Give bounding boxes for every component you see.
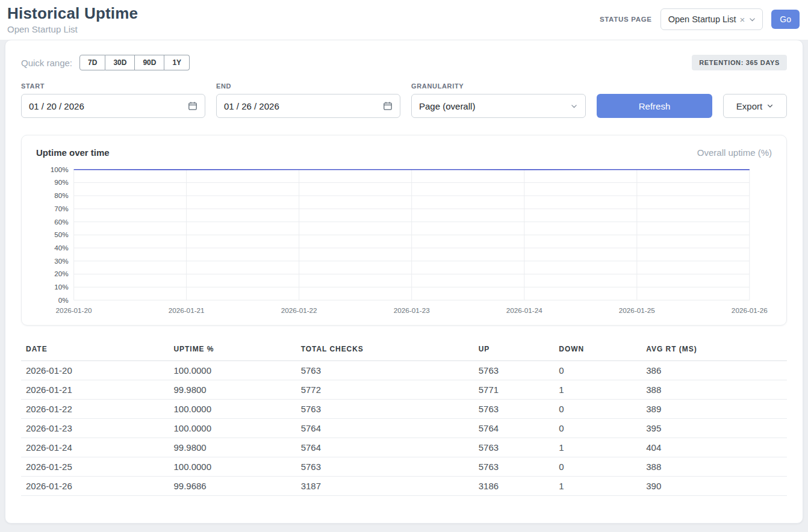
start-date-label: START xyxy=(21,82,205,90)
clear-icon[interactable]: × xyxy=(740,15,745,24)
table-cell: 100.0000 xyxy=(169,457,296,477)
svg-text:10%: 10% xyxy=(54,283,68,291)
svg-text:70%: 70% xyxy=(54,205,68,212)
header-controls: STATUS PAGE Open Startup List × Go xyxy=(600,8,800,30)
end-date-value: 01 / 26 / 2026 xyxy=(224,101,279,111)
svg-text:80%: 80% xyxy=(54,191,68,199)
table-cell: 99.9686 xyxy=(169,477,296,496)
start-date-value: 01 / 20 / 2026 xyxy=(29,101,84,111)
granularity-selected-value: Page (overall) xyxy=(419,101,475,111)
table-cell: 2026-01-25 xyxy=(21,457,169,477)
table-cell: 404 xyxy=(641,438,787,457)
table-cell: 100.0000 xyxy=(169,361,296,380)
table-cell: 2026-01-23 xyxy=(21,419,169,438)
quick-range-1y[interactable]: 1Y xyxy=(164,55,190,70)
table-cell: 2026-01-24 xyxy=(21,438,169,457)
end-date-input[interactable]: 01 / 26 / 2026 xyxy=(216,94,400,118)
page-heading-block: Historical Uptime Open Startup List xyxy=(7,4,138,34)
table-cell: 5763 xyxy=(296,400,474,419)
export-button[interactable]: Export xyxy=(723,94,787,118)
table-row: 2026-01-2499.9800576457631404 xyxy=(21,438,787,457)
table-cell: 3186 xyxy=(474,477,555,496)
calendar-icon xyxy=(383,101,393,111)
table-cell: 5763 xyxy=(474,457,555,477)
table-cell: 5771 xyxy=(474,380,555,400)
quick-range-group: 7D 30D 90D 1Y xyxy=(79,55,190,70)
table-body: 2026-01-20100.00005763576303862026-01-21… xyxy=(21,361,787,496)
go-button[interactable]: Go xyxy=(771,10,800,29)
table-cell: 5763 xyxy=(296,457,474,477)
status-page-selected-value: Open Startup List xyxy=(668,14,736,24)
end-date-label: END xyxy=(216,82,400,90)
table-cell: 1 xyxy=(554,438,641,457)
uptime-line-chart: 0%10%20%30%40%50%60%70%80%90%100%2026-01… xyxy=(36,165,772,319)
chart-title: Uptime over time xyxy=(36,147,110,158)
svg-text:20%: 20% xyxy=(54,270,68,277)
table-cell: 388 xyxy=(641,457,787,477)
column-header: AVG RT (MS) xyxy=(641,341,787,361)
svg-text:60%: 60% xyxy=(54,218,68,226)
start-date-input[interactable]: 01 / 20 / 2026 xyxy=(21,94,205,118)
table-cell: 1 xyxy=(554,380,641,400)
end-date-field: END 01 / 26 / 2026 xyxy=(216,82,400,118)
column-header: DATE xyxy=(21,341,169,361)
table-cell: 2026-01-22 xyxy=(21,400,169,419)
svg-text:100%: 100% xyxy=(51,165,69,173)
page-title: Historical Uptime xyxy=(7,4,138,23)
uptime-table: DATEUPTIME %TOTAL CHECKSUPDOWNAVG RT (MS… xyxy=(21,341,787,496)
quick-range-row: Quick range: 7D 30D 90D 1Y RETENTION: 36… xyxy=(21,55,787,70)
quick-range-90d[interactable]: 90D xyxy=(135,55,164,70)
calendar-icon xyxy=(188,101,197,111)
svg-text:90%: 90% xyxy=(54,178,68,186)
chart-header: Uptime over time Overall uptime (%) xyxy=(36,147,772,158)
table-row: 2026-01-2699.9686318731861390 xyxy=(21,477,787,496)
quick-range-label: Quick range: xyxy=(21,58,72,68)
table-row: 2026-01-2199.9800577257711388 xyxy=(21,380,787,400)
table-row: 2026-01-23100.0000576457640395 xyxy=(21,419,787,438)
table-cell: 388 xyxy=(641,380,787,400)
column-header: UPTIME % xyxy=(169,341,296,361)
table-cell: 0 xyxy=(554,419,641,438)
table-row: 2026-01-20100.0000576357630386 xyxy=(21,361,787,380)
column-header: UP xyxy=(474,341,555,361)
table-cell: 2026-01-21 xyxy=(21,380,169,400)
quick-range-7d[interactable]: 7D xyxy=(79,55,105,70)
svg-text:30%: 30% xyxy=(54,257,68,265)
quick-range-30d[interactable]: 30D xyxy=(105,55,135,70)
svg-text:40%: 40% xyxy=(54,244,68,252)
table-cell: 0 xyxy=(554,361,641,380)
table-cell: 5763 xyxy=(474,400,555,419)
export-button-label: Export xyxy=(736,101,762,111)
table-cell: 5763 xyxy=(474,361,555,380)
table-cell: 3187 xyxy=(296,477,474,496)
table-cell: 99.9800 xyxy=(169,380,296,400)
refresh-button[interactable]: Refresh xyxy=(597,94,712,118)
start-date-field: START 01 / 20 / 2026 xyxy=(21,82,205,118)
chevron-down-icon xyxy=(748,16,756,23)
table-cell: 100.0000 xyxy=(169,419,296,438)
chart-legend: Overall uptime (%) xyxy=(697,147,772,158)
column-header: DOWN xyxy=(554,341,641,361)
svg-text:2026-01-21: 2026-01-21 xyxy=(169,306,205,314)
table-cell: 5763 xyxy=(474,438,555,457)
chevron-down-icon xyxy=(570,102,578,110)
table-cell: 5772 xyxy=(296,380,474,400)
status-page-select[interactable]: Open Startup List × xyxy=(660,8,763,30)
table-cell: 100.0000 xyxy=(169,400,296,419)
granularity-field: GRANULARITY Page (overall) xyxy=(411,82,586,118)
table-cell: 386 xyxy=(641,361,787,380)
table-header-row: DATEUPTIME %TOTAL CHECKSUPDOWNAVG RT (MS… xyxy=(21,341,787,361)
filter-form-row: START 01 / 20 / 2026 END 01 / 26 / 2026 … xyxy=(21,82,787,118)
main-card: Quick range: 7D 30D 90D 1Y RETENTION: 36… xyxy=(5,40,803,524)
svg-text:0%: 0% xyxy=(58,296,69,304)
table-cell: 0 xyxy=(554,400,641,419)
table-cell: 5764 xyxy=(296,438,474,457)
table-cell: 2026-01-20 xyxy=(21,361,169,380)
table-cell: 390 xyxy=(641,477,787,496)
svg-text:2026-01-20: 2026-01-20 xyxy=(56,306,92,314)
table-cell: 99.9800 xyxy=(169,438,296,457)
granularity-select[interactable]: Page (overall) xyxy=(411,94,586,118)
table-row: 2026-01-25100.0000576357630388 xyxy=(21,457,787,477)
chevron-down-icon xyxy=(766,102,774,110)
svg-text:2026-01-25: 2026-01-25 xyxy=(619,306,655,314)
